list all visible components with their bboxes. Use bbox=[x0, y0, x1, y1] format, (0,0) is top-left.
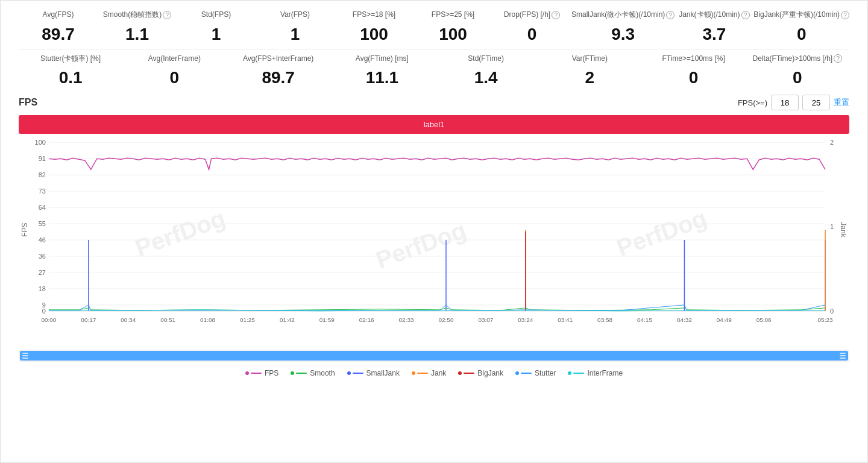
svg-text:00:17: 00:17 bbox=[81, 317, 96, 323]
help-icon-small-jank[interactable]: ? bbox=[666, 11, 675, 19]
svg-text:00:34: 00:34 bbox=[121, 317, 136, 323]
svg-text:64: 64 bbox=[39, 204, 46, 211]
fps-chart[interactable]: PerfDog PerfDog PerfDog 100 91 bbox=[19, 136, 849, 347]
svg-text:05:23: 05:23 bbox=[818, 317, 833, 323]
legend-line-big-jank bbox=[464, 373, 474, 374]
stat-item-avg-interframe: Avg(InterFrame) 0 bbox=[122, 54, 226, 88]
help-icon-smooth[interactable]: ? bbox=[163, 11, 171, 19]
stats-row-1: Avg(FPS) 89.7 Smooth(稳帧指数)? 1.1 Std(FPS)… bbox=[19, 10, 849, 44]
label-bar[interactable]: label1 bbox=[19, 115, 849, 134]
chart-header: FPS FPS(>=) 重置 bbox=[19, 95, 849, 110]
svg-text:03:24: 03:24 bbox=[518, 317, 533, 323]
chart-title: FPS bbox=[19, 97, 37, 108]
legend-dot-stutter bbox=[515, 371, 519, 375]
legend-label-small-jank: SmallJank bbox=[366, 369, 400, 377]
legend-line-small-jank bbox=[353, 373, 363, 374]
legend-dot-smooth bbox=[291, 371, 294, 375]
legend-label-fps: FPS bbox=[265, 369, 278, 377]
svg-text:04:49: 04:49 bbox=[717, 317, 732, 323]
svg-text:46: 46 bbox=[39, 236, 46, 244]
stat-label-delta-ftime: Delta(FTime)>100ms [/h]? bbox=[753, 54, 843, 64]
svg-text:04:32: 04:32 bbox=[677, 317, 692, 323]
stat-item-var-ftime: Var(FTime) 2 bbox=[538, 54, 641, 88]
help-icon-drop-fps[interactable]: ? bbox=[552, 11, 560, 19]
legend-label-stutter: Stutter bbox=[535, 369, 556, 377]
legend-dot-interframe bbox=[568, 371, 571, 375]
svg-text:04:15: 04:15 bbox=[637, 317, 652, 323]
stat-value-small-jank: 9.3 bbox=[611, 25, 635, 44]
legend-line-fps bbox=[251, 373, 262, 374]
svg-text:55: 55 bbox=[39, 220, 46, 227]
legend-item-fps[interactable]: FPS bbox=[245, 369, 278, 377]
reset-button[interactable]: 重置 bbox=[834, 97, 849, 108]
stat-value-avg-fps: 89.7 bbox=[42, 25, 75, 44]
stat-label-fps25: FPS>=25 [%] bbox=[432, 10, 474, 20]
stat-label-avg-fps-interframe: Avg(FPS+InterFrame) bbox=[243, 54, 313, 64]
stat-item-var-fps: Var(FPS) 1 bbox=[256, 10, 335, 44]
stat-item-delta-ftime: Delta(FTime)>100ms [/h]? 0 bbox=[746, 54, 849, 88]
stat-item-stutter: Stutter(卡顿率) [%] 0.1 bbox=[19, 54, 122, 88]
stat-value-ftime-100ms: 0 bbox=[689, 68, 699, 87]
legend-line-stutter bbox=[521, 373, 532, 374]
svg-text:01:08: 01:08 bbox=[200, 317, 215, 323]
stat-label-fps18: FPS>=18 [%] bbox=[353, 10, 395, 20]
svg-text:Jank: Jank bbox=[839, 222, 848, 238]
svg-text:100: 100 bbox=[35, 139, 46, 146]
svg-text:03:41: 03:41 bbox=[558, 317, 573, 323]
fps25-input[interactable] bbox=[802, 95, 830, 110]
help-icon-jank[interactable]: ? bbox=[741, 11, 750, 19]
stat-value-avg-ftime: 11.1 bbox=[366, 68, 399, 87]
scrollbar[interactable] bbox=[19, 350, 849, 362]
stat-label-var-ftime: Var(FTime) bbox=[572, 54, 608, 64]
legend-item-stutter[interactable]: Stutter bbox=[515, 369, 556, 377]
svg-text:91: 91 bbox=[39, 155, 46, 162]
stat-value-jank: 3.7 bbox=[702, 25, 726, 44]
stat-label-var-fps: Var(FPS) bbox=[280, 10, 310, 20]
stat-value-delta-ftime: 0 bbox=[793, 68, 802, 87]
stat-value-std-ftime: 1.4 bbox=[474, 68, 498, 87]
legend-dot-fps bbox=[245, 371, 249, 375]
fps18-input[interactable] bbox=[771, 95, 799, 110]
stat-label-avg-ftime: Avg(FTime) [ms] bbox=[356, 54, 409, 64]
scroll-grip-left bbox=[22, 353, 28, 359]
svg-text:0: 0 bbox=[830, 307, 834, 315]
scroll-grip-right bbox=[840, 353, 846, 359]
svg-text:01:59: 01:59 bbox=[319, 317, 335, 323]
svg-text:02:50: 02:50 bbox=[438, 317, 453, 323]
svg-text:1: 1 bbox=[830, 223, 834, 230]
help-icon-big-jank[interactable]: ? bbox=[841, 11, 849, 19]
stat-label-stutter: Stutter(卡顿率) [%] bbox=[40, 54, 101, 64]
stat-value-big-jank: 0 bbox=[797, 25, 807, 44]
fps-controls: FPS(>=) 重置 bbox=[738, 95, 849, 110]
svg-text:73: 73 bbox=[39, 187, 46, 195]
fps-gte-label: FPS(>=) bbox=[738, 98, 767, 107]
scrollbar-handle[interactable] bbox=[20, 351, 848, 361]
legend-label-smooth: Smooth bbox=[310, 369, 335, 377]
legend-label-interframe: InterFrame bbox=[587, 369, 623, 377]
svg-text:02:33: 02:33 bbox=[399, 317, 414, 323]
legend-item-interframe[interactable]: InterFrame bbox=[568, 369, 623, 377]
stat-item-avg-ftime: Avg(FTime) [ms] 11.1 bbox=[330, 54, 434, 88]
legend-item-smooth[interactable]: Smooth bbox=[291, 369, 335, 377]
stat-label-drop-fps: Drop(FPS) [/h]? bbox=[504, 10, 560, 20]
stat-item-fps25: FPS>=25 [%] 100 bbox=[414, 10, 492, 44]
svg-text:01:25: 01:25 bbox=[240, 317, 255, 323]
stat-item-smooth: Smooth(稳帧指数)? 1.1 bbox=[98, 10, 177, 44]
chart-section: FPS FPS(>=) 重置 label1 PerfDog PerfDog Pe… bbox=[1, 95, 867, 386]
stat-label-std-ftime: Std(FTime) bbox=[468, 54, 504, 64]
stat-value-drop-fps: 0 bbox=[527, 25, 537, 44]
legend-item-big-jank[interactable]: BigJank bbox=[458, 369, 503, 377]
svg-text:FPS: FPS bbox=[20, 223, 29, 237]
svg-text:03:07: 03:07 bbox=[478, 317, 493, 323]
svg-text:05:06: 05:06 bbox=[756, 317, 772, 323]
stat-label-avg-fps: Avg(FPS) bbox=[43, 10, 74, 20]
stat-value-avg-fps-interframe: 89.7 bbox=[262, 68, 295, 87]
legend-item-small-jank[interactable]: SmallJank bbox=[347, 369, 400, 377]
main-container: Avg(FPS) 89.7 Smooth(稳帧指数)? 1.1 Std(FPS)… bbox=[0, 0, 868, 463]
legend-item-jank[interactable]: Jank bbox=[412, 369, 446, 377]
stat-item-ftime-100ms: FTime>=100ms [%] 0 bbox=[642, 54, 746, 88]
chart-legend: FPS Smooth SmallJank Jank BigJank Stutte… bbox=[19, 364, 849, 380]
help-icon-delta-ftime[interactable]: ? bbox=[834, 54, 842, 63]
stats-section: Avg(FPS) 89.7 Smooth(稳帧指数)? 1.1 Std(FPS)… bbox=[1, 1, 867, 95]
stat-item-small-jank: SmallJank(微小卡顿)(/10min)? 9.3 bbox=[571, 10, 675, 44]
